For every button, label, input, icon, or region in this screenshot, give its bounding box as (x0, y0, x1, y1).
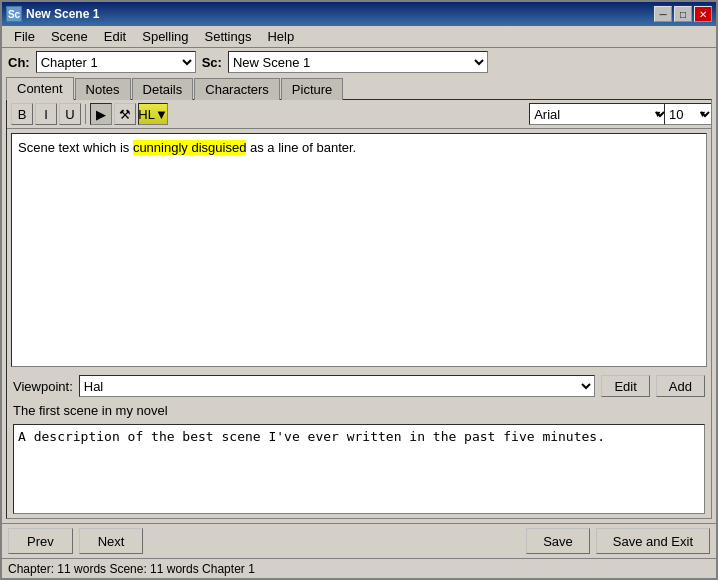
viewpoint-row: Viewpoint: Hal Edit Add (13, 375, 705, 397)
viewpoint-label: Viewpoint: (13, 379, 73, 394)
app-icon: Sc (6, 6, 22, 22)
save-button[interactable]: Save (526, 528, 590, 554)
edit-viewpoint-button[interactable]: Edit (601, 375, 649, 397)
tab-details[interactable]: Details (132, 78, 194, 100)
window-controls: ─ □ ✕ (654, 6, 712, 22)
format-toolbar: B I U ▶ ⚒ HL ▼ Arial ▼ 10 ▼ (7, 100, 711, 129)
tool-button[interactable]: ⚒ (114, 103, 136, 125)
toolbar-separator (85, 104, 86, 124)
next-button[interactable]: Next (79, 528, 144, 554)
font-size-select[interactable]: 10 (664, 103, 712, 125)
tab-picture[interactable]: Picture (281, 78, 343, 100)
minimize-button[interactable]: ─ (654, 6, 672, 22)
hl-dropdown-icon: ▼ (155, 107, 168, 122)
content-area: B I U ▶ ⚒ HL ▼ Arial ▼ 10 ▼ Scene text w… (6, 99, 712, 519)
tab-characters[interactable]: Characters (194, 78, 280, 100)
status-bar: Chapter: 11 words Scene: 11 words Chapte… (2, 558, 716, 578)
viewpoint-select[interactable]: Hal (79, 375, 596, 397)
scene-description[interactable]: A description of the best scene I've eve… (13, 424, 705, 514)
main-window: Sc New Scene 1 ─ □ ✕ File Scene Edit Spe… (0, 0, 718, 580)
prev-button[interactable]: Prev (8, 528, 73, 554)
menu-scene[interactable]: Scene (43, 27, 96, 46)
underline-button[interactable]: U (59, 103, 81, 125)
menu-bar: File Scene Edit Spelling Settings Help (2, 26, 716, 48)
bold-button[interactable]: B (11, 103, 33, 125)
italic-button[interactable]: I (35, 103, 57, 125)
close-button[interactable]: ✕ (694, 6, 712, 22)
text-before: Scene text which is (18, 140, 133, 155)
scene-text-area[interactable]: Scene text which is cunningly disguised … (11, 133, 707, 367)
chapter-select[interactable]: Chapter 1 (36, 51, 196, 73)
text-after: as a line of banter. (246, 140, 356, 155)
menu-edit[interactable]: Edit (96, 27, 134, 46)
text-highlighted: cunningly disguised (133, 140, 246, 155)
add-viewpoint-button[interactable]: Add (656, 375, 705, 397)
tab-notes[interactable]: Notes (75, 78, 131, 100)
scene-select[interactable]: New Scene 1 (228, 51, 488, 73)
button-bar: Prev Next Save Save and Exit (2, 523, 716, 558)
chapter-scene-toolbar: Ch: Chapter 1 Sc: New Scene 1 (2, 48, 716, 76)
scene-label: Sc: (202, 55, 222, 70)
title-bar: Sc New Scene 1 ─ □ ✕ (2, 2, 716, 26)
play-button[interactable]: ▶ (90, 103, 112, 125)
menu-settings[interactable]: Settings (197, 27, 260, 46)
menu-file[interactable]: File (6, 27, 43, 46)
menu-spelling[interactable]: Spelling (134, 27, 196, 46)
chapter-label: Ch: (8, 55, 30, 70)
hl-label: HL (138, 107, 155, 122)
maximize-button[interactable]: □ (674, 6, 692, 22)
save-exit-button[interactable]: Save and Exit (596, 528, 710, 554)
menu-help[interactable]: Help (259, 27, 302, 46)
scene-title: The first scene in my novel (13, 401, 705, 420)
status-text: Chapter: 11 words Scene: 11 words Chapte… (8, 562, 255, 576)
bottom-section: Viewpoint: Hal Edit Add The first scene … (7, 371, 711, 518)
window-title: New Scene 1 (26, 7, 650, 21)
font-select[interactable]: Arial (529, 103, 669, 125)
highlight-button[interactable]: HL ▼ (138, 103, 168, 125)
tab-content[interactable]: Content (6, 77, 74, 100)
tabs-row: Content Notes Details Characters Picture (2, 76, 716, 99)
